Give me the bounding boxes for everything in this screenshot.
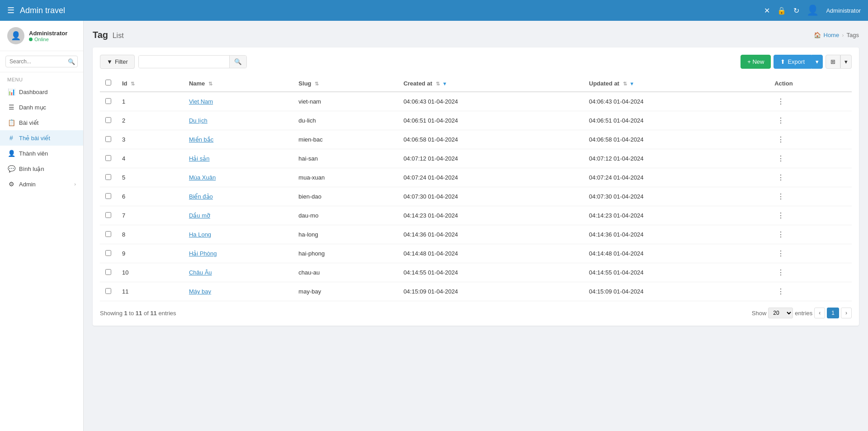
- sort-id-icon[interactable]: ⇅: [131, 81, 135, 86]
- row-action-button[interactable]: ⋮: [774, 210, 787, 221]
- search-filter-input[interactable]: [139, 56, 229, 68]
- table-row: 9 Hải Phòng hai-phong 04:14:48 01-04-202…: [100, 244, 852, 263]
- sidebar-item-the-bai-viet[interactable]: # Thẻ bài viết: [0, 130, 83, 146]
- export-icon: ⬆: [780, 58, 785, 65]
- name-link[interactable]: Châu Âu: [189, 269, 212, 276]
- row-checkbox[interactable]: [105, 193, 111, 199]
- sidebar: 👤 Administrator Online 🔍 Menu 📊 Dashboar…: [0, 21, 84, 431]
- sort-slug-icon[interactable]: ⇅: [315, 81, 319, 86]
- export-caret-button[interactable]: ▾: [811, 55, 823, 69]
- sort-updated-icon[interactable]: ⇅: [623, 81, 627, 86]
- row-checkbox[interactable]: [105, 174, 111, 180]
- name-link[interactable]: Hải Phòng: [189, 250, 217, 257]
- prev-page-button[interactable]: ‹: [814, 308, 825, 318]
- admin-name: Administrator: [826, 7, 861, 14]
- name-link[interactable]: Mùa Xuân: [189, 174, 216, 181]
- filter-updated-icon[interactable]: ▼: [629, 81, 634, 86]
- search-filter-submit[interactable]: 🔍: [229, 56, 246, 68]
- name-link[interactable]: Miền bắc: [189, 136, 213, 143]
- filter-created-icon[interactable]: ▼: [442, 81, 447, 86]
- row-checkbox[interactable]: [105, 288, 111, 294]
- cell-updated-at: 04:14:55 01-04-2024: [584, 263, 769, 282]
- row-checkbox[interactable]: [105, 136, 111, 142]
- show-label: Show: [752, 310, 767, 317]
- sort-created-icon[interactable]: ⇅: [436, 81, 440, 86]
- name-link[interactable]: Dầu mỡ: [189, 212, 210, 219]
- row-action-button[interactable]: ⋮: [774, 153, 787, 164]
- view-button[interactable]: ⊞: [826, 55, 840, 69]
- sidebar-item-danh-muc[interactable]: ☰ Danh mục: [0, 99, 83, 115]
- row-checkbox[interactable]: [105, 231, 111, 237]
- row-checkbox[interactable]: [105, 155, 111, 161]
- cell-action: ⋮: [769, 282, 852, 301]
- sort-name-icon[interactable]: ⇅: [208, 81, 212, 86]
- table-row: 7 Dầu mỡ dau-mo 04:14:23 01-04-2024 04:1…: [100, 206, 852, 225]
- row-checkbox[interactable]: [105, 117, 111, 123]
- name-link[interactable]: Du lịch: [189, 117, 208, 124]
- sidebar-item-label: Bài viết: [19, 119, 38, 126]
- sidebar-item-label: Admin: [19, 181, 36, 188]
- cell-action: ⋮: [769, 92, 852, 111]
- view-caret-button[interactable]: ▾: [840, 55, 852, 69]
- cell-name: Viet Nam: [184, 92, 293, 111]
- row-action-button[interactable]: ⋮: [774, 267, 787, 278]
- name-link[interactable]: Máy bay: [189, 288, 211, 295]
- sidebar-item-label: Thành viên: [19, 150, 48, 157]
- entries-select[interactable]: 20 50 100: [768, 308, 793, 318]
- hamburger-icon[interactable]: ☰: [7, 5, 14, 15]
- row-action-button[interactable]: ⋮: [774, 248, 787, 259]
- row-action-button[interactable]: ⋮: [774, 134, 787, 145]
- row-action-button[interactable]: ⋮: [774, 191, 787, 202]
- row-action-button[interactable]: ⋮: [774, 286, 787, 297]
- filter-button[interactable]: ▼ Filter: [100, 55, 135, 69]
- brand-name-bold: Admin: [20, 6, 43, 15]
- search-input[interactable]: [5, 56, 78, 67]
- cell-action: ⋮: [769, 263, 852, 282]
- brand-logo: Admin travel: [20, 6, 65, 15]
- row-checkbox[interactable]: [105, 269, 111, 275]
- cell-id: 6: [117, 187, 184, 206]
- cell-id: 11: [117, 282, 184, 301]
- row-checkbox-cell: [100, 263, 117, 282]
- next-page-button[interactable]: ›: [841, 308, 852, 318]
- select-all-checkbox[interactable]: [105, 80, 111, 85]
- name-link[interactable]: Hải sản: [189, 155, 210, 162]
- sidebar-item-admin[interactable]: ⚙ Admin ›: [0, 176, 83, 192]
- row-checkbox-cell: [100, 282, 117, 301]
- page-1-button[interactable]: 1: [827, 308, 839, 318]
- row-checkbox[interactable]: [105, 250, 111, 256]
- main-card: ▼ Filter 🔍 + New ⬆ Export ▾: [93, 47, 859, 326]
- row-action-button[interactable]: ⋮: [774, 229, 787, 240]
- cell-updated-at: 04:14:36 01-04-2024: [584, 225, 769, 244]
- new-button[interactable]: + New: [741, 55, 771, 69]
- search-box: 🔍: [0, 51, 83, 72]
- name-link[interactable]: Ha Long: [189, 231, 211, 238]
- cell-name: Biển đảo: [184, 187, 293, 206]
- row-checkbox-cell: [100, 225, 117, 244]
- row-action-button[interactable]: ⋮: [774, 115, 787, 126]
- sidebar-item-binh-luan[interactable]: 💬 Bình luận: [0, 161, 83, 176]
- name-link[interactable]: Biển đảo: [189, 193, 213, 200]
- cell-updated-at: 04:15:09 01-04-2024: [584, 282, 769, 301]
- row-action-button[interactable]: ⋮: [774, 96, 787, 107]
- lock-icon[interactable]: 🔒: [777, 6, 786, 15]
- table-row: 8 Ha Long ha-long 04:14:36 01-04-2024 04…: [100, 225, 852, 244]
- row-checkbox[interactable]: [105, 212, 111, 218]
- cell-slug: hai-san: [293, 149, 398, 168]
- sidebar-item-thanh-vien[interactable]: 👤 Thành viên: [0, 146, 83, 161]
- sidebar-nav: 📊 Dashboard ☰ Danh mục 📋 Bài viết # Thẻ …: [0, 84, 83, 192]
- cell-updated-at: 04:06:51 01-04-2024: [584, 111, 769, 130]
- refresh-icon[interactable]: ↻: [793, 6, 799, 15]
- breadcrumb-home[interactable]: Home: [824, 32, 840, 38]
- sidebar-item-bai-viet[interactable]: 📋 Bài viết: [0, 115, 83, 130]
- menu-label: Menu: [0, 72, 83, 84]
- row-checkbox-cell: [100, 168, 117, 187]
- cell-name: Máy bay: [184, 282, 293, 301]
- name-link[interactable]: Viet Nam: [189, 98, 213, 105]
- col-updated-at: Updated at ⇅ ▼: [584, 75, 769, 92]
- sidebar-item-dashboard[interactable]: 📊 Dashboard: [0, 84, 83, 99]
- export-button[interactable]: ⬆ Export: [774, 55, 811, 69]
- row-action-button[interactable]: ⋮: [774, 172, 787, 183]
- fullscreen-icon[interactable]: ✕: [764, 6, 770, 15]
- row-checkbox[interactable]: [105, 98, 111, 104]
